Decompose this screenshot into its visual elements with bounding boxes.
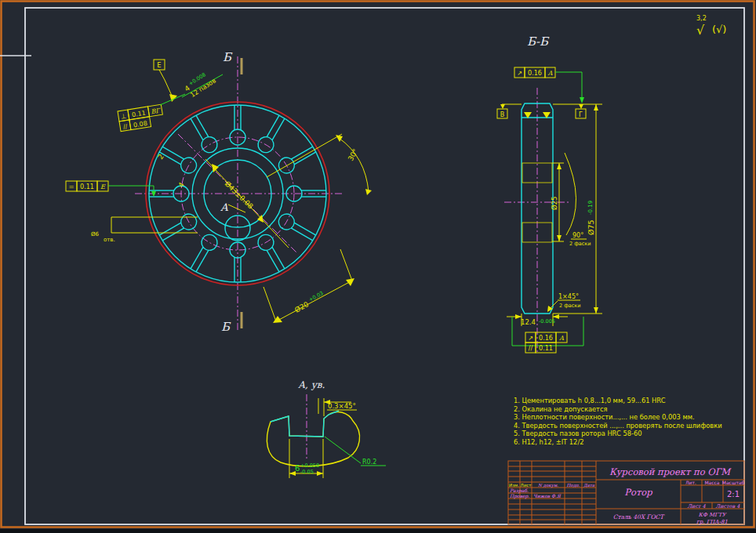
runout-top-value: 0.16 bbox=[528, 70, 542, 77]
symmetry-symbol-icon: = bbox=[68, 183, 74, 190]
hatch-band-top bbox=[522, 163, 552, 183]
inner-dia-text: Ø25 bbox=[551, 196, 558, 210]
cad-canvas: 3,2 √ (√) Б Б bbox=[0, 0, 756, 533]
hatch-band-bottom bbox=[522, 223, 552, 242]
hole-dia-label: Ø6 bbox=[91, 231, 100, 237]
prover-name: Чижов Ф.Я bbox=[533, 493, 562, 499]
runout-top-symbol-icon: ↗ bbox=[517, 70, 522, 77]
lit-header: Лит. bbox=[685, 480, 696, 485]
notch-width-value: 6 bbox=[295, 464, 300, 473]
runout-bottom-symbol-icon: ↗ bbox=[528, 335, 533, 342]
note-line: 3. Неплотности поверхности...,... не бол… bbox=[514, 413, 695, 421]
note-line: 1. Цементировать h 0,8...1,0 мм, 59...61… bbox=[514, 397, 666, 404]
perp-symbol-icon: ⊥ bbox=[120, 112, 126, 120]
section-title: Б-Б bbox=[527, 34, 550, 49]
material: Сталь 40Х ГОСТ bbox=[613, 513, 666, 520]
roughness-value: 3,2 bbox=[696, 15, 707, 22]
chamfer-angle-value: 90° bbox=[572, 232, 583, 239]
scale-value: 2:1 bbox=[727, 490, 740, 499]
outer-dia-tol: -0.19 bbox=[587, 201, 594, 215]
hole-count-label: отв. bbox=[104, 237, 115, 243]
col-podp: Подп. bbox=[567, 483, 580, 488]
par-bottom-symbol-icon: // bbox=[529, 345, 533, 352]
detail-title: А, ув. bbox=[298, 379, 325, 390]
notch-radius-text: R0.2 bbox=[362, 459, 376, 466]
sheet-number: Лист 4 bbox=[687, 503, 706, 509]
runout-top-datum: А bbox=[547, 70, 553, 77]
notch-width-tol-plus: +0.058 bbox=[300, 462, 319, 469]
project-title: Курсовой проект по ОГМ bbox=[609, 466, 732, 477]
hub-width-value: 12.4 bbox=[521, 318, 536, 326]
drawing-sheet: 3,2 √ (√) Б Б bbox=[0, 0, 756, 533]
chamfer-value: 1×45° bbox=[558, 293, 579, 300]
chamfer-count: 2 фаски bbox=[559, 303, 580, 309]
chamfer-angle-count: 2 фаски bbox=[569, 241, 591, 247]
row-prover: Провер. bbox=[510, 493, 529, 499]
runout-bottom-datum: А bbox=[559, 335, 565, 342]
datum-v-label: В bbox=[500, 111, 505, 118]
note-line: 5. Твердость пазов ротора HRC 58-60 bbox=[514, 430, 642, 437]
hub-width-tol: -0.005 bbox=[539, 318, 555, 325]
datum-g-label: Г bbox=[579, 111, 583, 118]
note-line: 4. Твердость поверхностей ...,... провер… bbox=[514, 422, 722, 430]
col-doc: N докум. bbox=[538, 483, 558, 488]
mass-header: Масса bbox=[704, 480, 719, 485]
detail-a-label: А bbox=[220, 201, 228, 213]
sheet-count: Листов 4 bbox=[716, 503, 741, 509]
notch-chamfer-text: 0.3×45° bbox=[328, 402, 356, 410]
par-bottom-value: 0.11 bbox=[539, 345, 553, 352]
group-number: гр. ГПА-81 bbox=[696, 519, 728, 525]
symmetry-value: 0.11 bbox=[80, 183, 94, 190]
part-name: Ротор bbox=[624, 487, 652, 498]
organization: КФ МГТУ bbox=[699, 512, 728, 518]
scale-header: Масштаб bbox=[722, 480, 745, 485]
roughness-check-icon: √ bbox=[696, 23, 705, 38]
outer-dia-value: Ø75 bbox=[587, 219, 595, 235]
col-data: Дата bbox=[583, 483, 595, 488]
note-line: 2. Окалина не допускается bbox=[514, 405, 607, 413]
notch-width-tol-minus: -0.05 bbox=[300, 469, 314, 475]
datum-e-label: Е bbox=[157, 61, 161, 69]
note-line: 6. H12, h12, ±IT 12/2 bbox=[514, 438, 583, 446]
roughness-bracket-icon: (√) bbox=[712, 24, 726, 35]
paper bbox=[0, 0, 756, 529]
runout-bottom-value: 0.16 bbox=[539, 335, 553, 342]
